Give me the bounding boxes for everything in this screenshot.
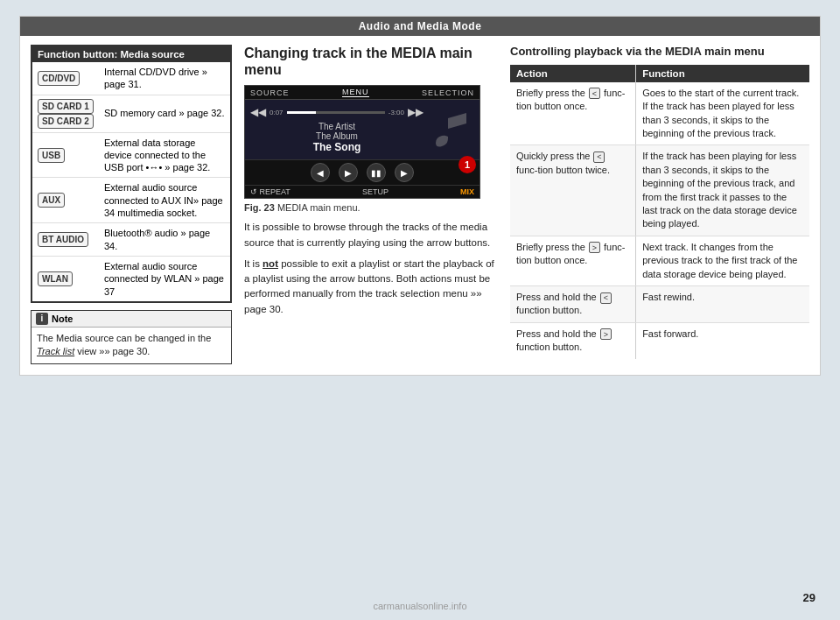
fig-caption-text: MEDIA main menu. (277, 202, 360, 213)
play-btn[interactable]: ▶ (339, 163, 358, 182)
function-row: SD CARD 1SD CARD 2SD memory card » page … (32, 95, 230, 132)
next-btn[interactable]: ▶▶ (408, 106, 424, 118)
time-elapsed: 0:07 (270, 109, 284, 116)
middle-column: Changing track in the MEDIA main menu SO… (244, 45, 498, 323)
action-table: Action Function Briefly press the < func… (510, 65, 809, 359)
info-icon: i (36, 313, 48, 325)
progress-row: ◀◀ 0:07 -3:00 ▶▶ (250, 106, 424, 118)
right-btn-icon: > (589, 242, 600, 253)
function-box-header: Function button: Media source (32, 46, 230, 62)
repeat-label[interactable]: ↺ REPEAT (250, 187, 290, 196)
badge-sd card 1: SD CARD 1 (38, 99, 94, 114)
media-mid: ◀◀ 0:07 -3:00 ▶▶ The Artist The Album Th… (245, 100, 480, 159)
main-container: Audio and Media Mode Function button: Me… (19, 16, 821, 376)
top-bar-title: Audio and Media Mode (359, 20, 482, 32)
content-area: Function button: Media source CD/DVDInte… (20, 36, 820, 375)
badge-wlan: WLAN (38, 271, 73, 286)
badge-usb: USB (38, 148, 65, 163)
fig-label: Fig. 23 (244, 202, 275, 213)
action-row: Briefly press the > func-tion button onc… (510, 236, 809, 285)
media-bottom-bar: ↺ REPEAT SETUP MIX (245, 185, 480, 198)
track-artist: The Artist (250, 122, 424, 131)
left-column: Function button: Media source CD/DVDInte… (31, 45, 232, 364)
progress-fill (287, 111, 317, 114)
progress-bar (287, 111, 385, 114)
action-row: Quickly press the < func-tion button twi… (510, 145, 809, 236)
media-controls: ◀ ▶ ▮▮ ▶ (245, 159, 480, 185)
function-box: Function button: Media source CD/DVDInte… (31, 45, 232, 303)
time-remaining: -3:00 (388, 109, 404, 116)
function-row: AUXExternal audio source connected to AU… (32, 178, 230, 223)
section-title-middle: Changing track in the MEDIA main menu (244, 45, 498, 78)
tab-source: SOURCE (250, 88, 290, 97)
col-header-function: Function (636, 65, 809, 82)
body-text-1: It is possible to browse through the tra… (244, 220, 498, 250)
action-row: Press and hold the > function button.Fas… (510, 322, 809, 358)
badge-aux: AUX (38, 193, 65, 208)
note-box: i Note The Media source can be changed i… (31, 310, 232, 364)
function-table: CD/DVDInternal CD/DVD drive » page 31.SD… (32, 62, 230, 301)
right-column: Controlling playback via the MEDIA main … (510, 45, 809, 359)
top-bar: Audio and Media Mode (20, 17, 820, 36)
body-text-2: It is not possible to exit a playlist or… (244, 257, 498, 317)
note-label: Note (52, 314, 73, 324)
track-song: The Song (250, 141, 424, 153)
media-top-bar: SOURCE MENU SELECTION (245, 86, 480, 100)
function-row: BT AUDIOBluetooth® audio » page 34. (32, 223, 230, 257)
media-info: ◀◀ 0:07 -3:00 ▶▶ The Artist The Album Th… (250, 103, 424, 156)
right-section-title: Controlling playback via the MEDIA main … (510, 45, 809, 60)
media-screen: SOURCE MENU SELECTION ◀◀ 0:07 -3:00 (244, 85, 480, 199)
note-header: i Note (32, 311, 231, 328)
play-next-btn[interactable]: ▶ (395, 163, 414, 182)
left-btn-icon: < (600, 292, 612, 304)
badge-sd card 2: SD CARD 2 (38, 114, 94, 129)
setup-label[interactable]: SETUP (362, 187, 388, 196)
media-icon-area (430, 103, 474, 156)
track-album: The Album (250, 131, 424, 141)
col-header-action: Action (510, 65, 636, 82)
mix-label[interactable]: MIX (460, 187, 474, 196)
watermark: carmanualsonline.info (373, 601, 466, 611)
badge-bt audio: BT AUDIO (38, 232, 88, 247)
play-prev-btn[interactable]: ◀ (311, 163, 330, 182)
function-row: CD/DVDInternal CD/DVD drive » page 31. (32, 62, 230, 95)
function-row: USBExternal data storage device connecte… (32, 132, 230, 178)
action-row: Briefly press the < func-tion button onc… (510, 82, 809, 145)
note-body: The Media source can be changed in the T… (32, 328, 231, 363)
action-row: Press and hold the < function button.Fas… (510, 285, 809, 322)
right-btn-icon: > (600, 328, 612, 340)
music-note-icon (435, 108, 470, 151)
badge-cd/dvd: CD/DVD (38, 71, 80, 86)
page-number: 29 (803, 591, 816, 604)
tab-menu: MENU (342, 88, 369, 97)
left-btn-icon: < (593, 151, 605, 163)
tab-selection: SELECTION (422, 88, 474, 97)
left-btn-icon: < (589, 88, 600, 99)
prev-btn[interactable]: ◀◀ (250, 106, 266, 118)
pause-btn[interactable]: ▮▮ (367, 163, 386, 182)
function-row: WLANExternal audio source connected by W… (32, 256, 230, 300)
fig-caption: Fig. 23 MEDIA main menu. (244, 202, 498, 213)
